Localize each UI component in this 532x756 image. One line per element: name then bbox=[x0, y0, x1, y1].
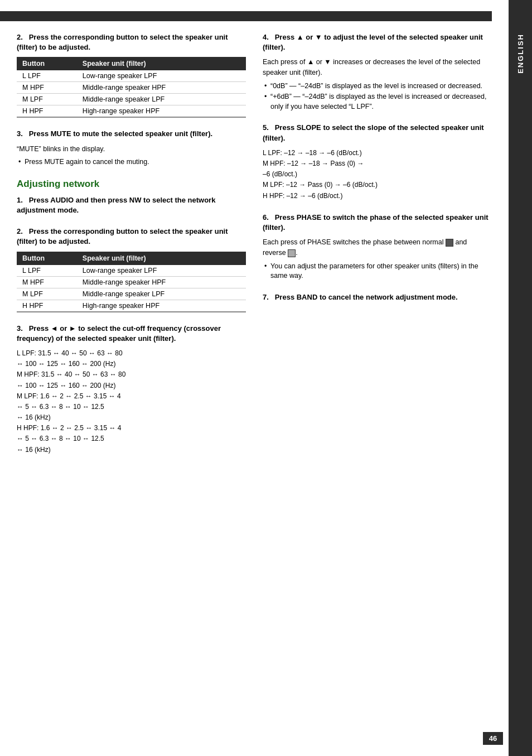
table-cell: L LPF bbox=[17, 70, 77, 82]
table-cell: H HPF bbox=[17, 300, 77, 312]
net-step-2-text: Press the corresponding button to select… bbox=[17, 227, 228, 245]
step-3-num: 3. bbox=[17, 129, 23, 138]
freq-line: ↔ 5 ↔ 6.3 ↔ 8 ↔ 10 ↔ 12.5 bbox=[17, 434, 246, 444]
table-cell: L LPF bbox=[17, 265, 77, 277]
step-7-heading: 7. Press BAND to cancel the network adju… bbox=[263, 292, 492, 302]
section-3: 3. Press MUTE to mute the selected speak… bbox=[17, 129, 246, 167]
table-cell: M HPF bbox=[17, 276, 77, 288]
table-cell: M HPF bbox=[17, 82, 77, 94]
right-column: 4. Press ▲ or ▼ to adjust the level of t… bbox=[263, 32, 492, 739]
table1-header-button: Button bbox=[17, 57, 77, 70]
net-step-1-num: 1. bbox=[17, 196, 23, 204]
sidebar-label: ENGLISH bbox=[516, 33, 525, 74]
freq-line: M HPF: 31.5 ↔ 40 ↔ 50 ↔ 63 ↔ 80 bbox=[17, 369, 246, 380]
step-4: 4. Press ▲ or ▼ to adjust the level of t… bbox=[263, 32, 492, 112]
table-row: M LPFMiddle-range speaker LPF bbox=[17, 288, 246, 300]
table-cell: H HPF bbox=[17, 105, 77, 118]
freq-block: L LPF: 31.5 ↔ 40 ↔ 50 ↔ 63 ↔ 80 ↔ 100 ↔ … bbox=[17, 348, 246, 455]
net-step-1-heading: 1. Press AUDIO and then press NW to sele… bbox=[17, 195, 246, 215]
table-row: H HPFHigh-range speaker HPF bbox=[17, 300, 246, 312]
table-row: L LPFLow-range speaker LPF bbox=[17, 265, 246, 277]
freq-line: M LPF: 1.6 ↔ 2 ↔ 2.5 ↔ 3.15 ↔ 4 bbox=[17, 391, 246, 402]
table-cell: M LPF bbox=[17, 288, 77, 300]
top-bar bbox=[0, 11, 492, 21]
slope-line: –6 (dB/oct.) bbox=[263, 169, 492, 180]
net-step-2-heading: 2. Press the corresponding button to sel… bbox=[17, 227, 246, 247]
page-container: 2. Press the corresponding button to sel… bbox=[0, 0, 532, 756]
step-6-heading: 6. Press PHASE to switch the phase of th… bbox=[263, 213, 492, 233]
filter-table-2: Button Speaker unit (filter) L LPFLow-ra… bbox=[17, 252, 246, 312]
table-cell: Middle-range speaker LPF bbox=[77, 94, 246, 105]
step-7-text: Press BAND to cancel the network adjustm… bbox=[275, 293, 458, 301]
freq-line: ↔ 16 (kHz) bbox=[17, 445, 246, 455]
step-2-num: 2. bbox=[17, 33, 23, 41]
step-5-num: 5. bbox=[263, 123, 269, 132]
step-4-body: Each press of ▲ or ▼ increases or decrea… bbox=[263, 57, 492, 78]
step-5-heading: 5. Press SLOPE to select the slope of th… bbox=[263, 123, 492, 143]
freq-line: ↔ 16 (kHz) bbox=[17, 412, 246, 423]
step-3-heading: 3. Press MUTE to mute the selected speak… bbox=[17, 129, 246, 139]
step-4-bullets: “0dB” — “–24dB” is displayed as the leve… bbox=[263, 81, 492, 112]
slope-line: L LPF: –12 → –18 → –6 (dB/oct.) bbox=[263, 148, 492, 158]
table2-header-button: Button bbox=[17, 252, 77, 265]
step-4-text: Press ▲ or ▼ to adjust the level of the … bbox=[263, 33, 483, 51]
step-3-text: Press MUTE to mute the selected speaker … bbox=[29, 129, 212, 138]
table-row: M HPFMiddle-range speaker HPF bbox=[17, 82, 246, 94]
sidebar-right: ENGLISH bbox=[509, 0, 532, 756]
step-3-body: “MUTE” blinks in the display. bbox=[17, 144, 246, 155]
slope-line: M HPF: –12 → –18 → Pass (0) → bbox=[263, 158, 492, 169]
step-7-num: 7. bbox=[263, 293, 269, 301]
table-row: L LPFLow-range speaker LPF bbox=[17, 70, 246, 82]
slope-line: M LPF: –12 → Pass (0) → –6 (dB/oct.) bbox=[263, 180, 492, 190]
two-col-layout: 2. Press the corresponding button to sel… bbox=[17, 32, 492, 739]
net-step-2-num: 2. bbox=[17, 227, 23, 235]
main-content: 2. Press the corresponding button to sel… bbox=[0, 0, 509, 756]
table-row: M HPFMiddle-range speaker HPF bbox=[17, 276, 246, 288]
net-step-3-text: Press ◄ or ► to select the cut-off frequ… bbox=[17, 324, 221, 343]
step-2-text: Press the corresponding button to select… bbox=[17, 33, 228, 51]
table-cell: Middle-range speaker HPF bbox=[77, 82, 246, 94]
step-5-text: Press SLOPE to select the slope of the s… bbox=[263, 123, 484, 142]
net-step-3-num: 3. bbox=[17, 324, 23, 333]
freq-line: H HPF: 1.6 ↔ 2 ↔ 2.5 ↔ 3.15 ↔ 4 bbox=[17, 423, 246, 434]
step-6-num: 6. bbox=[263, 213, 269, 221]
section-2: 2. Press the corresponding button to sel… bbox=[17, 32, 246, 118]
step-5-lines: L LPF: –12 → –18 → –6 (dB/oct.)M HPF: –1… bbox=[263, 148, 492, 201]
net-step-2: 2. Press the corresponding button to sel… bbox=[17, 227, 246, 312]
slope-line: H HPF: –12 → –6 (dB/oct.) bbox=[263, 191, 492, 201]
step-7: 7. Press BAND to cancel the network adju… bbox=[263, 292, 492, 302]
net-step-1-text: Press AUDIO and then press NW to select … bbox=[17, 196, 215, 214]
freq-line: L LPF: 31.5 ↔ 40 ↔ 50 ↔ 63 ↔ 80 bbox=[17, 348, 246, 359]
table1-header-filter: Speaker unit (filter) bbox=[77, 57, 246, 70]
net-step-1: 1. Press AUDIO and then press NW to sele… bbox=[17, 195, 246, 215]
freq-line: ↔ 100 ↔ 125 ↔ 160 ↔ 200 (Hz) bbox=[17, 381, 246, 391]
table-cell: Middle-range speaker LPF bbox=[77, 288, 246, 300]
table-cell: High-range speaker HPF bbox=[77, 300, 246, 312]
table-cell: M LPF bbox=[17, 94, 77, 105]
table-cell: Low-range speaker LPF bbox=[77, 265, 246, 277]
bullet-item: “+6dB” — “–24dB” is displayed as the lev… bbox=[263, 92, 492, 112]
bullet-item: “0dB” — “–24dB” is displayed as the leve… bbox=[263, 81, 492, 92]
step-6-text: Press PHASE to switch the phase of the s… bbox=[263, 213, 489, 232]
freq-line: ↔ 5 ↔ 6.3 ↔ 8 ↔ 10 ↔ 12.5 bbox=[17, 402, 246, 412]
table-row: M LPFMiddle-range speaker LPF bbox=[17, 94, 246, 105]
step-2-heading: 2. Press the corresponding button to sel… bbox=[17, 32, 246, 52]
step-4-num: 4. bbox=[263, 33, 269, 41]
table2-header-filter: Speaker unit (filter) bbox=[77, 252, 246, 265]
filter-table-1: Button Speaker unit (filter) L LPFLow-ra… bbox=[17, 57, 246, 118]
table-cell: Middle-range speaker HPF bbox=[77, 276, 246, 288]
freq-line: ↔ 100 ↔ 125 ↔ 160 ↔ 200 (Hz) bbox=[17, 359, 246, 369]
step-6: 6. Press PHASE to switch the phase of th… bbox=[263, 213, 492, 281]
net-step-3-heading: 3. Press ◄ or ► to select the cut-off fr… bbox=[17, 324, 246, 344]
page-number-box: 46 bbox=[483, 732, 503, 745]
net-step-3: 3. Press ◄ or ► to select the cut-off fr… bbox=[17, 324, 246, 455]
table-cell: Low-range speaker LPF bbox=[77, 70, 246, 82]
step-6-bullet: You can adjust the parameters for other … bbox=[263, 262, 492, 281]
step-6-body: Each press of PHASE switches the phase b… bbox=[263, 237, 492, 258]
table-cell: High-range speaker HPF bbox=[77, 105, 246, 118]
step-3-bullet: Press MUTE again to cancel the muting. bbox=[17, 157, 246, 167]
adjusting-network-title: Adjusting network bbox=[17, 179, 246, 190]
step-4-heading: 4. Press ▲ or ▼ to adjust the level of t… bbox=[263, 32, 492, 52]
left-column: 2. Press the corresponding button to sel… bbox=[17, 32, 246, 739]
table-row: H HPFHigh-range speaker HPF bbox=[17, 105, 246, 118]
